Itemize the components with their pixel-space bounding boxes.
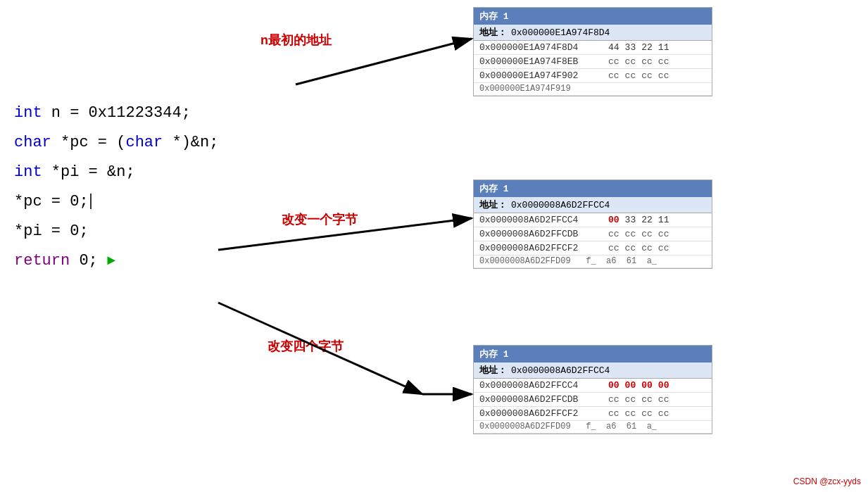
memory-panel-3-body: 0x0000008A6D2FFCC4 00 00 00 00 0x0000008… xyxy=(474,379,712,434)
code-line-6: return 0; ► xyxy=(14,246,282,276)
annotation-label-3: 改变四个字节 xyxy=(268,338,344,355)
table-row: 0x0000008A6D2FFCC4 00 00 00 00 xyxy=(474,379,712,393)
memory-panel-1-addr: 地址： 0x000000E1A974F8D4 xyxy=(474,25,712,41)
annotation-label-1: n最初的地址 xyxy=(260,32,332,49)
memory-row-partial-3: 0x0000008A6D2FFD09 f_ a6 61 a_ xyxy=(474,421,712,434)
keyword-int-2: int xyxy=(14,163,42,181)
table-row: 0x0000008A6D2FFCDB cc cc cc cc xyxy=(474,227,712,241)
memory-panel-2-title: 内存 1 xyxy=(474,180,712,197)
code-line-1: int n = 0x11223344; xyxy=(14,99,282,128)
memory-row-partial-2: 0x0000008A6D2FFD09 f_ a6 61 a_ xyxy=(474,256,712,268)
annotation-label-2: 改变一个字节 xyxy=(282,211,358,228)
code-line-4: *pc = 0; xyxy=(14,187,282,217)
keyword-char-2: char xyxy=(125,134,163,151)
memory-panel-2: 内存 1 地址： 0x0000008A6D2FFCC4 0x0000008A6D… xyxy=(473,179,712,269)
memory-panel-3-title: 内存 1 xyxy=(474,346,712,362)
memory-panel-3: 内存 1 地址： 0x0000008A6D2FFCC4 0x0000008A6D… xyxy=(473,345,712,434)
memory-panel-2-body: 0x0000008A6D2FFCC4 00 33 22 11 0x0000008… xyxy=(474,213,712,268)
debug-arrow: ► xyxy=(107,253,115,269)
memory-panel-2-addr: 地址： 0x0000008A6D2FFCC4 xyxy=(474,197,712,213)
code-line-3: int *pi = &n; xyxy=(14,158,282,187)
memory-panel-1: 内存 1 地址： 0x000000E1A974F8D4 0x000000E1A9… xyxy=(473,7,712,96)
memory-panel-1-body: 0x000000E1A974F8D4 44 33 22 11 0x000000E… xyxy=(474,41,712,96)
table-row: 0x000000E1A974F8D4 44 33 22 11 xyxy=(474,41,712,55)
cursor xyxy=(90,194,92,209)
memory-panel-1-title: 内存 1 xyxy=(474,8,712,25)
table-row: 0x000000E1A974F902 cc cc cc cc xyxy=(474,69,712,83)
table-row: 0x0000008A6D2FFCF2 cc cc cc cc xyxy=(474,407,712,421)
table-row: 0x0000008A6D2FFCF2 cc cc cc cc xyxy=(474,241,712,256)
keyword-char-1: char xyxy=(14,134,51,151)
code-line-5: *pi = 0; xyxy=(14,217,282,246)
keyword-int-1: int xyxy=(14,104,42,122)
table-row: 0x0000008A6D2FFCC4 00 33 22 11 xyxy=(474,213,712,227)
code-line-2: char *pc = (char *)&n; xyxy=(14,128,282,158)
table-row: 0x0000008A6D2FFCDB cc cc cc cc xyxy=(474,393,712,407)
code-panel: int n = 0x11223344; char *pc = (char *)&… xyxy=(0,92,296,283)
memory-panel-3-addr: 地址： 0x0000008A6D2FFCC4 xyxy=(474,362,712,379)
keyword-return: return xyxy=(14,252,70,270)
table-row: 0x000000E1A974F8EB cc cc cc cc xyxy=(474,55,712,69)
watermark: CSDN @zcx-yyds xyxy=(793,477,861,486)
memory-row-partial-1: 0x000000E1A974F919 xyxy=(474,83,712,96)
